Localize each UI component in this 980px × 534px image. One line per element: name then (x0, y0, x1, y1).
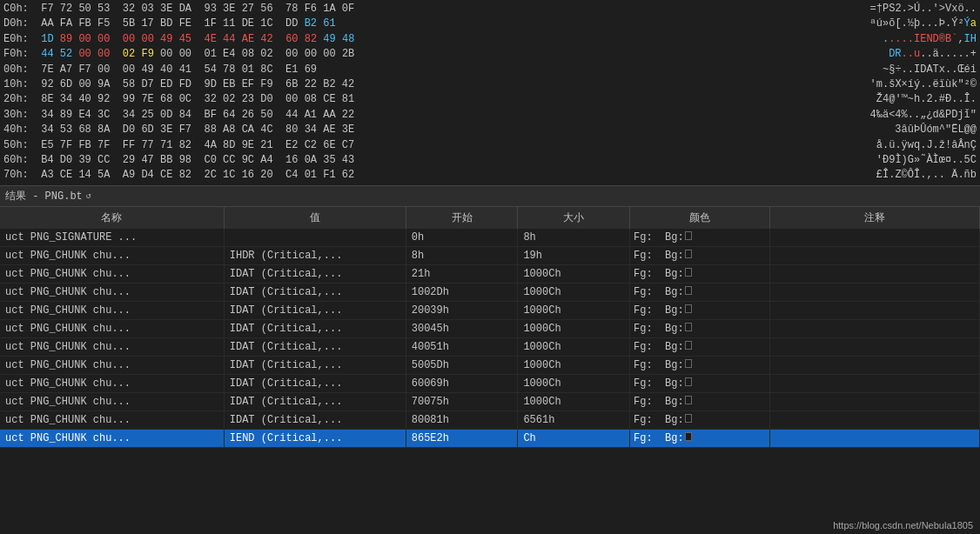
color-box (685, 286, 692, 295)
cell-value: IDAT (Critical,... (224, 319, 406, 337)
cell-color: Fg: Bg: (630, 356, 770, 374)
hex-line: 50h: E5 7F FB 7F FF 77 71 82 4A 8D 9E 21… (3, 138, 977, 153)
color-box (685, 250, 692, 258)
table-row[interactable]: uct PNG_CHUNK chu...IDAT (Critical,...10… (0, 283, 980, 301)
col-header-value: 值 (224, 207, 406, 229)
table-row[interactable]: uct PNG_CHUNK chu...IHDR (Critical,...8h… (0, 246, 980, 264)
cell-color: Fg: Bg: (630, 283, 770, 301)
cell-name: uct PNG_CHUNK chu... (0, 429, 224, 447)
cell-note (769, 337, 979, 356)
cell-color: Fg: Bg: (630, 229, 770, 247)
col-header-start: 开始 (406, 207, 518, 229)
bg-label: Bg: (659, 377, 684, 390)
cell-start: 60069h (406, 374, 518, 392)
cell-start: 0h (406, 229, 518, 247)
cell-note (769, 246, 979, 264)
table-row[interactable]: uct PNG_SIGNATURE ...0h8hFg: Bg: (0, 229, 980, 247)
hex-line: 10h: 92 6D 00 9A 58 D7 ED FD 9D EB EF F9… (3, 77, 977, 92)
fg-label: Fg: (634, 323, 653, 335)
color-box (685, 432, 692, 441)
bg-label: Bg: (659, 286, 684, 298)
table-row[interactable]: uct PNG_CHUNK chu...IDAT (Critical,...50… (0, 356, 980, 374)
table-row[interactable]: uct PNG_CHUNK chu...IDAT (Critical,...30… (0, 319, 980, 337)
table-row[interactable]: uct PNG_CHUNK chu...IDAT (Critical,...40… (0, 337, 980, 356)
fg-label: Fg: (634, 432, 653, 444)
bg-label: Bg: (659, 231, 684, 244)
hex-line: 70h: A3 CE 14 5A A9 D4 CE 82 2C 1C 16 20… (3, 168, 977, 183)
color-box (685, 231, 692, 240)
result-bar: 结果 - PNG.bt ↺ (0, 185, 980, 207)
refresh-icon[interactable]: ↺ (86, 190, 91, 201)
cell-start: 80081h (406, 411, 518, 429)
color-box (685, 396, 692, 404)
cell-note (769, 356, 979, 374)
cell-name: uct PNG_CHUNK chu... (0, 356, 224, 374)
cell-value: IEND (Critical,... (224, 429, 406, 447)
cell-name: uct PNG_CHUNK chu... (0, 264, 224, 283)
cell-value (224, 229, 406, 247)
cell-color: Fg: Bg: (630, 411, 770, 429)
cell-color: Fg: Bg: (630, 429, 770, 447)
cell-value: IDAT (Critical,... (224, 283, 406, 301)
bg-label: Bg: (659, 250, 684, 262)
hex-line: D0h: AA FA FB F5 5B 17 BD FE 1F 11 DE 1C… (3, 17, 977, 31)
fg-label: Fg: (634, 268, 653, 280)
cell-note (769, 319, 979, 337)
col-header-name: 名称 (0, 207, 224, 229)
table-row[interactable]: uct PNG_CHUNK chu...IDAT (Critical,...60… (0, 374, 980, 392)
cell-size: 1000Ch (518, 283, 630, 301)
cell-value: IDAT (Critical,... (224, 301, 406, 319)
color-box (685, 377, 692, 386)
col-header-color: 颜色 (630, 207, 770, 229)
cell-name: uct PNG_CHUNK chu... (0, 337, 224, 356)
cell-value: IDAT (Critical,... (224, 264, 406, 283)
cell-note (769, 229, 979, 247)
color-box (685, 341, 692, 350)
fg-label: Fg: (634, 286, 653, 298)
cell-size: Ch (518, 429, 630, 447)
cell-color: Fg: Bg: (630, 246, 770, 264)
cell-value: IHDR (Critical,... (224, 246, 406, 264)
table-row[interactable]: uct PNG_CHUNK chu...IEND (Critical,...86… (0, 429, 980, 447)
hex-dump: C0h: F7 72 50 53 32 03 3E DA 93 3E 27 56… (0, 0, 980, 185)
table-row[interactable]: uct PNG_CHUNK chu...IDAT (Critical,...20… (0, 301, 980, 319)
cell-color: Fg: Bg: (630, 301, 770, 319)
cell-size: 19h (518, 246, 630, 264)
cell-size: 1000Ch (518, 264, 630, 283)
bg-label: Bg: (659, 414, 684, 426)
url-bar: https://blog.csdn.net/Nebula1805 (833, 520, 973, 531)
fg-label: Fg: (634, 304, 653, 317)
fg-label: Fg: (634, 250, 653, 262)
color-box (685, 268, 692, 277)
cell-color: Fg: Bg: (630, 392, 770, 411)
col-header-note: 注释 (769, 207, 979, 229)
cell-start: 20039h (406, 301, 518, 319)
fg-label: Fg: (634, 231, 653, 244)
cell-value: IDAT (Critical,... (224, 356, 406, 374)
cell-name: uct PNG_CHUNK chu... (0, 392, 224, 411)
cell-note (769, 374, 979, 392)
cell-note (769, 301, 979, 319)
cell-color: Fg: Bg: (630, 337, 770, 356)
fg-label: Fg: (634, 377, 653, 390)
bg-label: Bg: (659, 341, 684, 353)
bg-label: Bg: (659, 268, 684, 280)
bg-label: Bg: (659, 304, 684, 317)
hex-line: 40h: 34 53 68 8A D0 6D 3E F7 88 A8 CA 4C… (3, 123, 977, 137)
hex-line: 20h: 8E 34 40 92 99 7E 68 0C 32 02 23 D0… (3, 92, 977, 107)
color-box (685, 414, 692, 423)
table-row[interactable]: uct PNG_CHUNK chu...IDAT (Critical,...21… (0, 264, 980, 283)
cell-name: uct PNG_CHUNK chu... (0, 283, 224, 301)
table-row[interactable]: uct PNG_CHUNK chu...IDAT (Critical,...80… (0, 411, 980, 429)
cell-name: uct PNG_SIGNATURE ... (0, 229, 224, 247)
hex-line: 00h: 7E A7 F7 00 00 49 40 41 54 78 01 8C… (3, 63, 977, 77)
result-label: 结果 - PNG.bt (5, 189, 83, 204)
bg-label: Bg: (659, 432, 684, 444)
bg-label: Bg: (659, 323, 684, 335)
table-row[interactable]: uct PNG_CHUNK chu...IDAT (Critical,...70… (0, 392, 980, 411)
cell-size: 8h (518, 229, 630, 247)
cell-color: Fg: Bg: (630, 319, 770, 337)
cell-name: uct PNG_CHUNK chu... (0, 246, 224, 264)
cell-start: 70075h (406, 392, 518, 411)
cell-start: 865E2h (406, 429, 518, 447)
